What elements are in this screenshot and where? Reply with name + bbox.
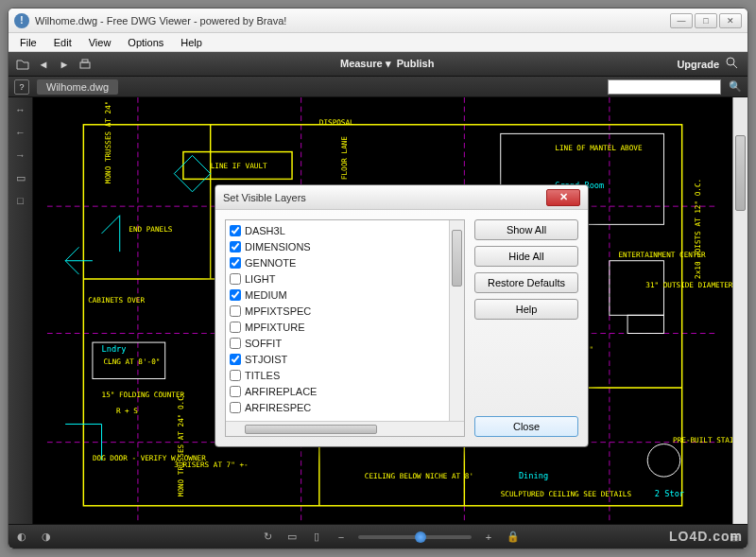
side-toolbar: ↔ ← → ▭ □: [9, 97, 33, 524]
layer-checkbox[interactable]: [230, 225, 241, 236]
label-clng: CLNG AT 8'-0": [103, 357, 160, 366]
rect-icon[interactable]: □: [12, 192, 29, 209]
close-button[interactable]: Close: [474, 416, 578, 437]
layer-checkbox[interactable]: [230, 257, 241, 269]
rotate-icon[interactable]: ↻: [260, 530, 275, 545]
layer-row[interactable]: MEDIUM: [230, 287, 445, 303]
layer-label: STJOIST: [245, 354, 287, 365]
lock-icon[interactable]: 🔒: [506, 530, 521, 545]
label-mantel: LINE OF MANTEL ABOVE: [555, 144, 643, 152]
label-mono2: MONO TRUSSES AT 24" O.C.: [177, 392, 185, 497]
layers-vscrollbar[interactable]: [449, 220, 464, 421]
layer-checkbox[interactable]: [230, 402, 241, 413]
measure-menu[interactable]: Measure ▾: [340, 58, 391, 70]
fit-width-icon[interactable]: ▭: [284, 530, 300, 545]
layer-checkbox[interactable]: [230, 241, 241, 252]
layer-label: LIGHT: [245, 273, 275, 285]
fit-page-icon[interactable]: ▯: [309, 530, 324, 545]
menu-help[interactable]: Help: [173, 35, 210, 50]
dialog-title: Set Visible Layers: [223, 192, 546, 203]
layers-hscrollbar[interactable]: [226, 421, 464, 436]
help-icon[interactable]: ?: [14, 79, 29, 95]
svg-rect-1: [82, 60, 88, 62]
menu-view[interactable]: View: [81, 35, 119, 50]
layer-row[interactable]: DASH3L: [230, 222, 445, 238]
app-icon: !: [14, 13, 29, 28]
label-sculpt: SCULPTURED CEILING SEE DETAILS: [501, 490, 632, 498]
upgrade-link[interactable]: Upgrade: [677, 59, 719, 70]
layer-label: SOFFIT: [245, 338, 282, 349]
svg-point-2: [727, 58, 734, 65]
search-input[interactable]: [608, 79, 721, 95]
layer-row[interactable]: ARFIRESPEC: [230, 399, 445, 415]
zoom-in-icon[interactable]: +: [481, 530, 496, 545]
layer-row[interactable]: LIGHT: [230, 270, 445, 287]
layers-list[interactable]: DASH3LDIMENSIONSGENNOTELIGHTMEDIUMMPFIXT…: [226, 220, 449, 421]
select-icon[interactable]: ▭: [12, 169, 29, 186]
menubar: File Edit View Options Help: [9, 33, 747, 52]
layer-row[interactable]: DIMENSIONS: [230, 238, 445, 254]
watermark: LO4D.com: [669, 529, 743, 544]
next-icon[interactable]: ►: [56, 56, 73, 73]
file-tab[interactable]: Wilhome.dwg: [37, 79, 118, 95]
layer-label: TITLES: [245, 370, 280, 381]
canvas-vscrollbar[interactable]: [732, 97, 747, 524]
arrow-left-icon[interactable]: ←: [12, 124, 29, 141]
layer-checkbox[interactable]: [230, 305, 241, 317]
minimize-button[interactable]: —: [670, 13, 693, 28]
layer-row[interactable]: ARFIREPLACE: [230, 383, 445, 399]
layer-row[interactable]: STJOIST: [230, 351, 445, 367]
close-window-button[interactable]: ✕: [719, 13, 742, 28]
label-risers: 3 RISERS AT 7" +-: [174, 461, 248, 470]
svg-line-3: [733, 64, 737, 68]
layer-label: DIMENSIONS: [245, 241, 311, 252]
document-toolbar: ? Wilhome.dwg 🔍: [9, 77, 747, 97]
arrow-right-icon[interactable]: →: [12, 147, 29, 164]
main-toolbar: ◄ ► Measure ▾ Publish Upgrade: [9, 52, 747, 77]
menu-edit[interactable]: Edit: [46, 35, 79, 50]
layers-listbox: DASH3LDIMENSIONSGENNOTELIGHTMEDIUMMPFIXT…: [225, 219, 465, 437]
menu-file[interactable]: File: [12, 35, 44, 50]
layers-dialog: Set Visible Layers ✕ DASH3LDIMENSIONSGEN…: [215, 184, 589, 447]
layer-checkbox[interactable]: [230, 273, 241, 285]
show-all-button[interactable]: Show All: [474, 219, 578, 240]
layer-row[interactable]: GENNOTE: [230, 254, 445, 270]
zoom-slider[interactable]: [358, 535, 472, 539]
layer-checkbox[interactable]: [230, 386, 241, 397]
help-button[interactable]: Help: [474, 299, 578, 320]
restore-defaults-button[interactable]: Restore Defaults: [474, 272, 578, 293]
find-icon[interactable]: 🔍: [729, 80, 742, 93]
print-icon[interactable]: [77, 56, 94, 73]
layer-checkbox[interactable]: [230, 338, 241, 349]
titlebar: ! Wilhome.dwg - Free DWG Viewer - powere…: [9, 9, 747, 33]
layer-row[interactable]: SOFFIT: [230, 335, 445, 351]
search-icon[interactable]: [725, 56, 742, 73]
label-prebuilt: PRE-BUILT STAIR - SHOP DRAWINGS REQ'D: [673, 436, 732, 444]
svg-rect-0: [80, 62, 90, 68]
menu-options[interactable]: Options: [120, 35, 171, 50]
label-vault: LINE IF VAULT: [211, 162, 267, 170]
layer-row[interactable]: TITLES: [230, 367, 445, 383]
color-icon[interactable]: ◑: [39, 530, 54, 545]
layer-checkbox[interactable]: [230, 354, 241, 365]
prev-icon[interactable]: ◄: [35, 56, 52, 73]
publish-menu[interactable]: Publish: [397, 58, 435, 70]
contrast-icon[interactable]: ◐: [14, 530, 29, 545]
layer-row[interactable]: MPFIXTSPEC: [230, 303, 445, 319]
label-lndry: Lndry: [102, 344, 127, 354]
dialog-titlebar: Set Visible Layers ✕: [215, 185, 588, 210]
maximize-button[interactable]: □: [695, 13, 717, 28]
layer-label: DASH3L: [245, 225, 285, 236]
svg-rect-21: [627, 315, 663, 333]
hide-all-button[interactable]: Hide All: [474, 246, 578, 267]
layer-row[interactable]: MPFIXTURE: [230, 319, 445, 335]
layer-checkbox[interactable]: [230, 370, 241, 381]
layer-checkbox[interactable]: [230, 322, 241, 333]
zoom-out-icon[interactable]: −: [334, 530, 349, 545]
dialog-close-x[interactable]: ✕: [546, 189, 580, 206]
open-icon[interactable]: [14, 56, 31, 73]
pan-icon[interactable]: ↔: [12, 101, 29, 118]
layer-label: GENNOTE: [245, 257, 296, 269]
layer-checkbox[interactable]: [230, 289, 241, 301]
layer-label: ARFIRESPEC: [245, 402, 311, 413]
